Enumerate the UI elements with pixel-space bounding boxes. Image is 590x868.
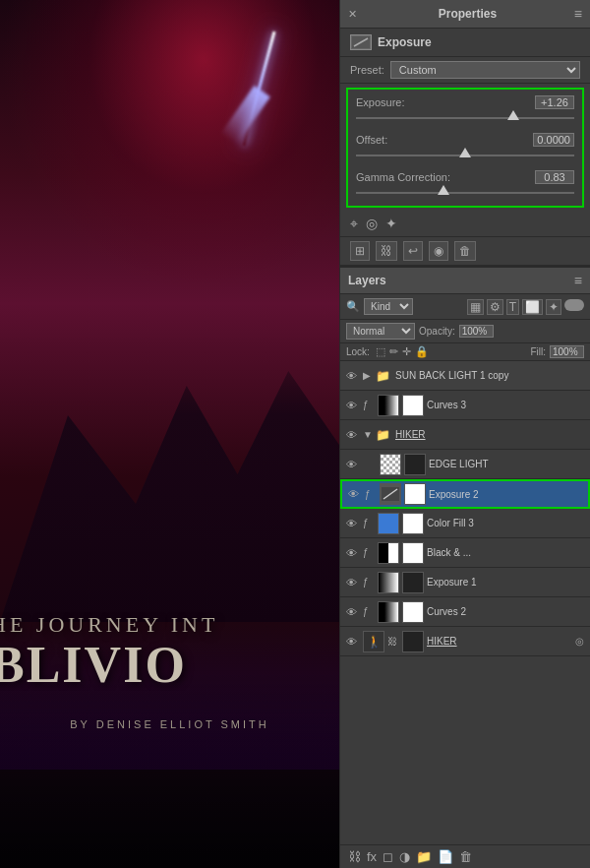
pixel-filter-icon[interactable]: ▦ bbox=[467, 299, 484, 315]
offset-label-row: Offset: 0.0000 bbox=[356, 133, 574, 147]
chain-icon[interactable]: ⛓ bbox=[376, 241, 397, 261]
layer-mask-thumbnail bbox=[402, 395, 424, 416]
offset-slider-thumb[interactable] bbox=[459, 148, 471, 157]
visibility-eye-icon[interactable]: 👁 bbox=[346, 459, 360, 470]
preset-select[interactable]: Custom bbox=[390, 61, 580, 79]
exposure-value[interactable]: +1.26 bbox=[535, 95, 574, 109]
lock-paint-icon[interactable]: ✏ bbox=[389, 345, 398, 358]
lock-artboard-icon[interactable]: 🔒 bbox=[415, 345, 429, 358]
sliders-area: Exposure: +1.26 Offset: 0.0000 bbox=[346, 88, 584, 208]
layers-list: 👁 ▶ 📁 SUN BACK LIGHT 1 copy 👁 ƒ Curves 3… bbox=[340, 361, 590, 844]
smart-filter-icon[interactable]: ✦ bbox=[546, 299, 561, 315]
layer-item[interactable]: 👁 ƒ Black & ... bbox=[340, 538, 590, 568]
layer-visibility-toggle[interactable]: ◎ bbox=[575, 636, 584, 647]
filter-icons: ▦ ⚙ T ⬜ ✦ bbox=[417, 299, 584, 315]
opacity-label: Opacity: bbox=[419, 326, 455, 337]
type-filter-icon[interactable]: T bbox=[506, 299, 519, 315]
properties-header: ✕ Properties ≡ bbox=[340, 0, 590, 29]
layers-menu-icon[interactable]: ≡ bbox=[574, 273, 582, 288]
link-icon: ƒ bbox=[363, 400, 375, 410]
offset-slider-track[interactable] bbox=[356, 149, 574, 162]
add-mask-icon[interactable]: ◻ bbox=[383, 849, 393, 864]
target-icon[interactable]: ◎ bbox=[366, 216, 378, 232]
layer-item-selected[interactable]: 👁 ƒ Exposure 2 bbox=[340, 479, 590, 509]
adjustment-icon[interactable]: ◑ bbox=[399, 849, 410, 864]
adjustment-filter-icon[interactable]: ⚙ bbox=[487, 299, 503, 315]
kind-select[interactable]: Kind bbox=[364, 298, 413, 315]
layer-item[interactable]: 👁 ƒ Exposure 1 bbox=[340, 568, 590, 597]
visibility-eye-icon[interactable]: 👁 bbox=[346, 606, 360, 618]
layer-name: Color Fill 3 bbox=[427, 518, 584, 528]
layer-name: HIKER bbox=[395, 429, 584, 440]
fill-input[interactable] bbox=[550, 345, 584, 358]
lock-transparency-icon[interactable]: ⬚ bbox=[376, 345, 385, 358]
lock-position-icon[interactable]: ✛ bbox=[402, 345, 411, 358]
exposure-label: Exposure: bbox=[356, 96, 405, 108]
opacity-input[interactable] bbox=[459, 325, 494, 338]
title-line2: BLIVIO bbox=[0, 640, 339, 691]
layer-mask-thumbnail bbox=[404, 483, 426, 505]
layer-item[interactable]: 👁 ƒ Color Fill 3 bbox=[340, 509, 590, 538]
layer-name: Exposure 2 bbox=[429, 489, 582, 500]
visibility-eye-icon[interactable]: 👁 bbox=[346, 400, 360, 411]
shape-filter-icon[interactable]: ⬜ bbox=[522, 299, 543, 315]
group-expand-arrow[interactable]: ▼ bbox=[363, 429, 373, 440]
offset-slider-line bbox=[356, 155, 574, 156]
link-icon: ƒ bbox=[363, 606, 375, 617]
layer-mask-thumbnail bbox=[402, 601, 424, 623]
title-line1: HE JOURNEY INT bbox=[0, 612, 339, 638]
layer-item[interactable]: 👁 ▶ 📁 SUN BACK LIGHT 1 copy bbox=[340, 361, 590, 391]
layer-thumbnail bbox=[378, 513, 399, 534]
visibility-eye-icon[interactable]: 👁 bbox=[346, 577, 360, 589]
exposure-slider-track[interactable] bbox=[356, 111, 574, 125]
close-icon[interactable]: ✕ bbox=[348, 8, 357, 21]
eyedropper-icon[interactable]: ⌖ bbox=[350, 216, 358, 232]
gamma-slider-thumb[interactable] bbox=[438, 185, 449, 195]
gamma-slider-track[interactable] bbox=[356, 186, 574, 200]
exposure-slider-thumb[interactable] bbox=[507, 110, 519, 120]
layer-mask-thumbnail bbox=[402, 631, 424, 652]
properties-title: Properties bbox=[439, 7, 497, 21]
gamma-label-row: Gamma Correction: 0.83 bbox=[356, 170, 574, 184]
visibility-icon[interactable]: ◉ bbox=[429, 241, 448, 261]
search-icon: 🔍 bbox=[346, 300, 360, 313]
exposure-adjustment-icon bbox=[350, 34, 372, 50]
layer-item[interactable]: 👁 EDGE LIGHT bbox=[340, 450, 590, 479]
visibility-eye-icon[interactable]: 👁 bbox=[346, 518, 360, 529]
layer-thumbnail bbox=[378, 542, 399, 564]
lock-label: Lock: bbox=[346, 346, 370, 357]
new-layer-icon[interactable]: 📄 bbox=[438, 849, 453, 864]
tools-row: ⌖ ◎ ✦ bbox=[340, 212, 590, 237]
layer-mask-thumbnail bbox=[402, 542, 424, 564]
group-collapse-arrow[interactable]: ▶ bbox=[363, 370, 373, 381]
book-title: HE JOURNEY INT BLIVIO bbox=[0, 612, 339, 691]
undo-icon[interactable]: ↩ bbox=[403, 241, 423, 261]
blend-mode-select[interactable]: Normal bbox=[346, 323, 415, 340]
visibility-eye-icon[interactable]: 👁 bbox=[348, 488, 362, 500]
layer-item[interactable]: 👁 ƒ Curves 3 bbox=[340, 391, 590, 420]
layers-title: Layers bbox=[348, 274, 386, 287]
link-layers-icon[interactable]: ⛓ bbox=[348, 849, 361, 864]
hand-icon[interactable]: ✦ bbox=[385, 216, 397, 232]
layer-item[interactable]: 👁 🚶 ⛓ HIKER ◎ bbox=[340, 627, 590, 656]
delete-layer-icon[interactable]: 🗑 bbox=[459, 849, 472, 864]
properties-menu-icon[interactable]: ≡ bbox=[574, 6, 582, 22]
delete-icon[interactable]: 🗑 bbox=[454, 241, 476, 261]
preset-label: Preset: bbox=[350, 64, 384, 76]
layer-name: Curves 3 bbox=[427, 400, 584, 410]
exposure-section-title: Exposure bbox=[378, 35, 432, 49]
visibility-eye-icon[interactable]: 👁 bbox=[346, 429, 360, 441]
gamma-value[interactable]: 0.83 bbox=[535, 170, 574, 184]
visibility-eye-icon[interactable]: 👁 bbox=[346, 636, 360, 648]
layer-item[interactable]: 👁 ƒ Curves 2 bbox=[340, 597, 590, 627]
filter-toggle[interactable] bbox=[564, 299, 584, 311]
offset-value[interactable]: 0.0000 bbox=[533, 133, 574, 147]
layer-item[interactable]: 👁 ▼ 📁 HIKER bbox=[340, 420, 590, 450]
preset-row: Preset: Custom bbox=[340, 57, 590, 84]
effects-icon[interactable]: fx bbox=[367, 849, 377, 864]
grid-icon[interactable]: ⊞ bbox=[350, 241, 370, 261]
visibility-eye-icon[interactable]: 👁 bbox=[346, 370, 360, 382]
visibility-eye-icon[interactable]: 👁 bbox=[346, 547, 360, 559]
new-group-icon[interactable]: 📁 bbox=[416, 849, 432, 864]
link-icon: ƒ bbox=[365, 489, 377, 500]
